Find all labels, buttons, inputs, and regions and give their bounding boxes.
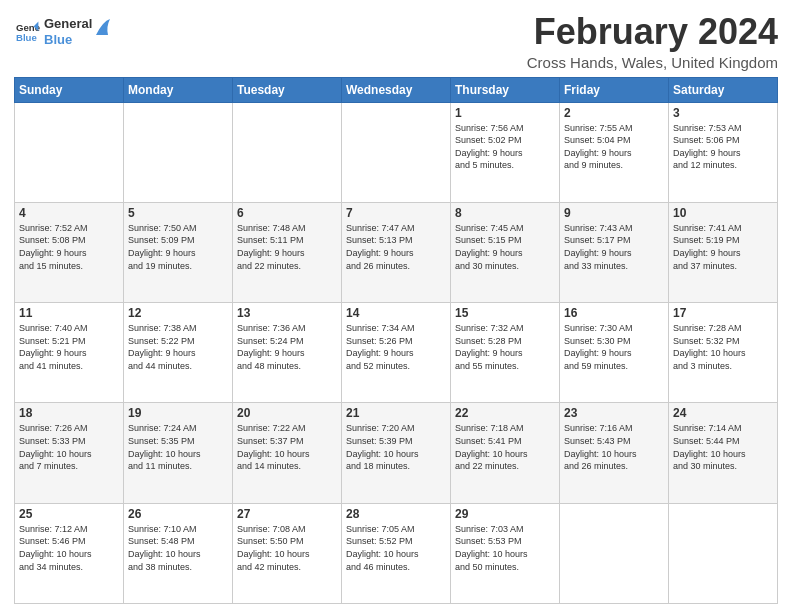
logo-icon: General Blue (16, 20, 40, 44)
calendar-cell (342, 102, 451, 202)
calendar-cell: 22Sunrise: 7:18 AM Sunset: 5:41 PM Dayli… (451, 403, 560, 503)
calendar-title: February 2024 (527, 12, 778, 52)
day-number: 9 (564, 206, 664, 220)
calendar-cell: 23Sunrise: 7:16 AM Sunset: 5:43 PM Dayli… (560, 403, 669, 503)
calendar-cell: 24Sunrise: 7:14 AM Sunset: 5:44 PM Dayli… (669, 403, 778, 503)
calendar-cell: 4Sunrise: 7:52 AM Sunset: 5:08 PM Daylig… (15, 202, 124, 302)
calendar-cell: 19Sunrise: 7:24 AM Sunset: 5:35 PM Dayli… (124, 403, 233, 503)
day-info: Sunrise: 7:05 AM Sunset: 5:52 PM Dayligh… (346, 523, 446, 573)
week-row-4: 25Sunrise: 7:12 AM Sunset: 5:46 PM Dayli… (15, 503, 778, 603)
calendar-cell (233, 102, 342, 202)
logo-bird-icon (94, 17, 112, 39)
day-info: Sunrise: 7:20 AM Sunset: 5:39 PM Dayligh… (346, 422, 446, 472)
calendar-cell: 14Sunrise: 7:34 AM Sunset: 5:26 PM Dayli… (342, 303, 451, 403)
calendar-cell: 2Sunrise: 7:55 AM Sunset: 5:04 PM Daylig… (560, 102, 669, 202)
day-number: 27 (237, 507, 337, 521)
calendar-cell: 17Sunrise: 7:28 AM Sunset: 5:32 PM Dayli… (669, 303, 778, 403)
calendar-cell: 25Sunrise: 7:12 AM Sunset: 5:46 PM Dayli… (15, 503, 124, 603)
week-row-0: 1Sunrise: 7:56 AM Sunset: 5:02 PM Daylig… (15, 102, 778, 202)
day-number: 20 (237, 406, 337, 420)
day-number: 23 (564, 406, 664, 420)
weekday-header-saturday: Saturday (669, 77, 778, 102)
weekday-header-row: SundayMondayTuesdayWednesdayThursdayFrid… (15, 77, 778, 102)
logo: General Blue General Blue (14, 16, 112, 47)
day-info: Sunrise: 7:56 AM Sunset: 5:02 PM Dayligh… (455, 122, 555, 172)
day-number: 17 (673, 306, 773, 320)
day-number: 2 (564, 106, 664, 120)
day-info: Sunrise: 7:55 AM Sunset: 5:04 PM Dayligh… (564, 122, 664, 172)
calendar-cell (560, 503, 669, 603)
week-row-3: 18Sunrise: 7:26 AM Sunset: 5:33 PM Dayli… (15, 403, 778, 503)
calendar-cell: 9Sunrise: 7:43 AM Sunset: 5:17 PM Daylig… (560, 202, 669, 302)
day-number: 28 (346, 507, 446, 521)
day-number: 3 (673, 106, 773, 120)
day-info: Sunrise: 7:32 AM Sunset: 5:28 PM Dayligh… (455, 322, 555, 372)
weekday-header-sunday: Sunday (15, 77, 124, 102)
day-info: Sunrise: 7:43 AM Sunset: 5:17 PM Dayligh… (564, 222, 664, 272)
calendar-cell: 29Sunrise: 7:03 AM Sunset: 5:53 PM Dayli… (451, 503, 560, 603)
calendar-cell: 1Sunrise: 7:56 AM Sunset: 5:02 PM Daylig… (451, 102, 560, 202)
day-info: Sunrise: 7:48 AM Sunset: 5:11 PM Dayligh… (237, 222, 337, 272)
calendar-cell: 5Sunrise: 7:50 AM Sunset: 5:09 PM Daylig… (124, 202, 233, 302)
calendar-cell: 12Sunrise: 7:38 AM Sunset: 5:22 PM Dayli… (124, 303, 233, 403)
page: General Blue General Blue February 2024 … (0, 0, 792, 612)
day-number: 1 (455, 106, 555, 120)
day-number: 8 (455, 206, 555, 220)
calendar-cell: 6Sunrise: 7:48 AM Sunset: 5:11 PM Daylig… (233, 202, 342, 302)
day-info: Sunrise: 7:24 AM Sunset: 5:35 PM Dayligh… (128, 422, 228, 472)
day-number: 6 (237, 206, 337, 220)
calendar-table: SundayMondayTuesdayWednesdayThursdayFrid… (14, 77, 778, 604)
calendar-cell (15, 102, 124, 202)
day-info: Sunrise: 7:10 AM Sunset: 5:48 PM Dayligh… (128, 523, 228, 573)
day-number: 18 (19, 406, 119, 420)
day-info: Sunrise: 7:40 AM Sunset: 5:21 PM Dayligh… (19, 322, 119, 372)
calendar-cell: 26Sunrise: 7:10 AM Sunset: 5:48 PM Dayli… (124, 503, 233, 603)
day-info: Sunrise: 7:30 AM Sunset: 5:30 PM Dayligh… (564, 322, 664, 372)
day-info: Sunrise: 7:36 AM Sunset: 5:24 PM Dayligh… (237, 322, 337, 372)
day-info: Sunrise: 7:34 AM Sunset: 5:26 PM Dayligh… (346, 322, 446, 372)
calendar-cell: 28Sunrise: 7:05 AM Sunset: 5:52 PM Dayli… (342, 503, 451, 603)
calendar-cell (124, 102, 233, 202)
weekday-header-monday: Monday (124, 77, 233, 102)
day-info: Sunrise: 7:47 AM Sunset: 5:13 PM Dayligh… (346, 222, 446, 272)
day-info: Sunrise: 7:12 AM Sunset: 5:46 PM Dayligh… (19, 523, 119, 573)
day-info: Sunrise: 7:08 AM Sunset: 5:50 PM Dayligh… (237, 523, 337, 573)
calendar-cell: 15Sunrise: 7:32 AM Sunset: 5:28 PM Dayli… (451, 303, 560, 403)
week-row-1: 4Sunrise: 7:52 AM Sunset: 5:08 PM Daylig… (15, 202, 778, 302)
svg-text:Blue: Blue (16, 31, 37, 42)
day-info: Sunrise: 7:18 AM Sunset: 5:41 PM Dayligh… (455, 422, 555, 472)
day-number: 29 (455, 507, 555, 521)
day-number: 12 (128, 306, 228, 320)
day-info: Sunrise: 7:14 AM Sunset: 5:44 PM Dayligh… (673, 422, 773, 472)
calendar-cell: 18Sunrise: 7:26 AM Sunset: 5:33 PM Dayli… (15, 403, 124, 503)
day-number: 15 (455, 306, 555, 320)
day-info: Sunrise: 7:22 AM Sunset: 5:37 PM Dayligh… (237, 422, 337, 472)
day-info: Sunrise: 7:38 AM Sunset: 5:22 PM Dayligh… (128, 322, 228, 372)
logo-line1: General (44, 16, 92, 32)
weekday-header-wednesday: Wednesday (342, 77, 451, 102)
calendar-cell: 21Sunrise: 7:20 AM Sunset: 5:39 PM Dayli… (342, 403, 451, 503)
day-number: 11 (19, 306, 119, 320)
calendar-cell (669, 503, 778, 603)
day-info: Sunrise: 7:03 AM Sunset: 5:53 PM Dayligh… (455, 523, 555, 573)
day-number: 13 (237, 306, 337, 320)
day-number: 21 (346, 406, 446, 420)
day-number: 19 (128, 406, 228, 420)
weekday-header-thursday: Thursday (451, 77, 560, 102)
weekday-header-friday: Friday (560, 77, 669, 102)
calendar-subtitle: Cross Hands, Wales, United Kingdom (527, 54, 778, 71)
day-info: Sunrise: 7:28 AM Sunset: 5:32 PM Dayligh… (673, 322, 773, 372)
day-info: Sunrise: 7:53 AM Sunset: 5:06 PM Dayligh… (673, 122, 773, 172)
day-number: 10 (673, 206, 773, 220)
calendar-cell: 10Sunrise: 7:41 AM Sunset: 5:19 PM Dayli… (669, 202, 778, 302)
calendar-cell: 11Sunrise: 7:40 AM Sunset: 5:21 PM Dayli… (15, 303, 124, 403)
day-number: 26 (128, 507, 228, 521)
logo-line2: Blue (44, 32, 92, 48)
weekday-header-tuesday: Tuesday (233, 77, 342, 102)
day-info: Sunrise: 7:26 AM Sunset: 5:33 PM Dayligh… (19, 422, 119, 472)
calendar-cell: 7Sunrise: 7:47 AM Sunset: 5:13 PM Daylig… (342, 202, 451, 302)
day-info: Sunrise: 7:45 AM Sunset: 5:15 PM Dayligh… (455, 222, 555, 272)
calendar-cell: 27Sunrise: 7:08 AM Sunset: 5:50 PM Dayli… (233, 503, 342, 603)
day-info: Sunrise: 7:52 AM Sunset: 5:08 PM Dayligh… (19, 222, 119, 272)
calendar-cell: 20Sunrise: 7:22 AM Sunset: 5:37 PM Dayli… (233, 403, 342, 503)
